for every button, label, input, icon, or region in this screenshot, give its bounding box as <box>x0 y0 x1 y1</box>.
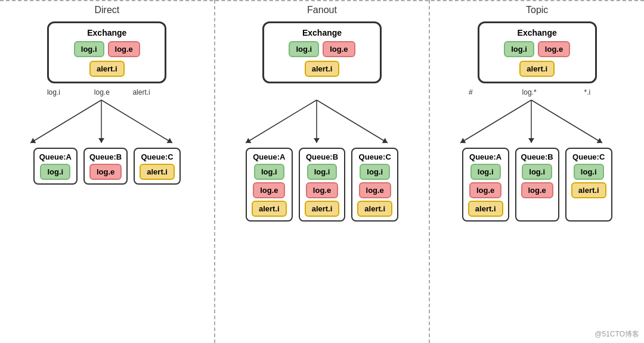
arrow-container-fanout <box>215 83 429 148</box>
tag-log_i: log.i <box>574 164 604 180</box>
section-fanout: FanoutExchangelog.ilog.ealert.iQueue:Alo… <box>215 0 431 343</box>
tag-alert_i: alert.i <box>305 61 340 77</box>
svg-line-6 <box>246 100 317 143</box>
queues-row-topic: Queue:Alog.ilog.ealert.iQueue:Blog.ilog.… <box>430 148 644 222</box>
queue-label-topic-0: Queue:A <box>469 152 501 161</box>
routing-label-star_i: *.i <box>584 88 591 96</box>
svg-line-12 <box>460 100 531 143</box>
queue-tags-fanout-0: log.ilog.ealert.i <box>252 164 287 217</box>
exchange-label-direct: Exchange <box>87 28 126 38</box>
queue-label-direct-1: Queue:B <box>89 152 122 161</box>
watermark: @51CTO博客 <box>595 329 639 339</box>
svg-marker-9 <box>314 138 320 143</box>
tag-alert_i: alert.i <box>140 164 175 180</box>
tag-log_e: log.e <box>469 182 501 198</box>
tag-log_i: log.i <box>522 164 552 180</box>
queue-box-fanout-0: Queue:Alog.ilog.ealert.i <box>246 148 293 222</box>
svg-line-0 <box>30 100 101 143</box>
queue-tags-topic-1: log.ilog.e <box>521 164 553 198</box>
tag-alert_i: alert.i <box>252 201 287 217</box>
svg-line-4 <box>101 100 172 143</box>
queue-box-topic-1: Queue:Blog.ilog.e <box>515 148 559 222</box>
routing-label-log_e: log.e <box>94 88 110 96</box>
queue-label-direct-0: Queue:A <box>39 152 72 161</box>
exchange-tags-fanout: log.ilog.ealert.i <box>271 41 373 77</box>
queue-tags-fanout-2: log.ilog.ealert.i <box>357 164 392 217</box>
tag-log_i: log.i <box>307 164 338 180</box>
tag-alert_i: alert.i <box>357 201 392 217</box>
queue-tags-topic-2: log.ialert.i <box>571 164 606 198</box>
exchange-label-topic: Exchange <box>518 28 557 38</box>
section-title-direct: Direct <box>94 5 119 15</box>
tag-log_i: log.i <box>40 164 70 180</box>
tag-log_e: log.e <box>306 182 338 198</box>
exchange-box-direct: Exchangelog.ilog.ealert.i <box>47 21 166 83</box>
queue-label-topic-1: Queue:B <box>521 152 553 161</box>
queues-row-direct: Queue:Alog.iQueue:Blog.eQueue:Calert.i <box>0 148 214 185</box>
exchange-tags-direct: log.ilog.ealert.i <box>56 41 157 77</box>
exchange-tags-topic: log.ilog.ealert.i <box>487 41 588 77</box>
tag-alert_i: alert.i <box>519 61 555 77</box>
exchange-box-fanout: Exchangelog.ilog.ealert.i <box>262 21 382 83</box>
queue-box-direct-1: Queue:Blog.e <box>83 148 128 185</box>
arrow-container-direct: log.ilog.ealert.i <box>0 83 214 148</box>
tag-log_e: log.e <box>253 182 285 198</box>
tag-log_e: log.e <box>89 164 122 180</box>
queues-row-fanout: Queue:Alog.ilog.ealert.iQueue:Blog.ilog.… <box>215 148 429 222</box>
queue-box-topic-2: Queue:Clog.ialert.i <box>565 148 612 222</box>
tag-log_i: log.i <box>74 41 104 57</box>
tag-log_i: log.i <box>470 164 501 180</box>
queue-label-direct-2: Queue:C <box>141 152 174 161</box>
queue-box-direct-0: Queue:Alog.i <box>33 148 78 185</box>
routing-labels-direct: log.ilog.ealert.i <box>0 88 214 100</box>
tag-log_e: log.e <box>359 182 391 198</box>
queue-label-fanout-1: Queue:B <box>306 152 338 161</box>
queue-box-direct-2: Queue:Calert.i <box>134 148 181 185</box>
tag-log_e: log.e <box>108 41 140 57</box>
exchange-label-fanout: Exchange <box>302 28 342 38</box>
tag-log_i: log.i <box>289 41 319 57</box>
routing-label-log_star: log.* <box>522 88 537 96</box>
queue-tags-topic-0: log.ilog.ealert.i <box>468 164 503 217</box>
routing-label-alert_i: alert.i <box>132 88 150 96</box>
queue-label-fanout-2: Queue:C <box>359 152 391 161</box>
section-title-fanout: Fanout <box>307 5 337 15</box>
routing-label-#: # <box>469 88 473 96</box>
section-direct: DirectExchangelog.ilog.ealert.ilog.ilog.… <box>0 0 215 343</box>
tag-alert_i: alert.i <box>468 201 503 217</box>
tag-log_e: log.e <box>323 41 355 57</box>
tag-log_i: log.i <box>254 164 284 180</box>
tag-log_i: log.i <box>504 41 534 57</box>
arrow-container-topic: #log.**.i <box>430 83 644 148</box>
queue-box-fanout-2: Queue:Clog.ilog.ealert.i <box>351 148 398 222</box>
queue-tags-direct-0: log.i <box>40 164 70 180</box>
queue-label-fanout-0: Queue:A <box>253 152 285 161</box>
queue-tags-direct-1: log.e <box>89 164 122 180</box>
queue-tags-fanout-1: log.ilog.ealert.i <box>305 164 340 217</box>
tag-log_e: log.e <box>521 182 553 198</box>
arrows-svg-fanout <box>215 100 429 148</box>
queue-label-topic-2: Queue:C <box>572 152 605 161</box>
queue-box-topic-0: Queue:Alog.ilog.ealert.i <box>462 148 509 222</box>
main-container: DirectExchangelog.ilog.ealert.ilog.ilog.… <box>0 0 644 343</box>
tag-alert_i: alert.i <box>305 201 340 217</box>
tag-log_i: log.i <box>360 164 390 180</box>
svg-marker-15 <box>528 138 534 143</box>
tag-alert_i: alert.i <box>89 61 125 77</box>
svg-marker-3 <box>98 138 104 143</box>
arrows-svg-topic <box>430 100 644 148</box>
routing-labels-topic: #log.**.i <box>430 88 644 100</box>
queue-box-fanout-1: Queue:Blog.ilog.ealert.i <box>299 148 346 222</box>
queue-tags-direct-2: alert.i <box>140 164 175 180</box>
svg-line-16 <box>531 100 602 143</box>
tag-alert_i: alert.i <box>571 182 606 198</box>
tag-log_e: log.e <box>538 41 570 57</box>
arrows-svg-direct <box>0 100 214 148</box>
svg-line-10 <box>317 100 388 143</box>
section-title-topic: Topic <box>526 5 548 15</box>
exchange-box-topic: Exchangelog.ilog.ealert.i <box>478 21 597 83</box>
routing-label-log_i: log.i <box>47 88 60 96</box>
section-topic: TopicExchangelog.ilog.ealert.i#log.**.iQ… <box>430 0 644 343</box>
